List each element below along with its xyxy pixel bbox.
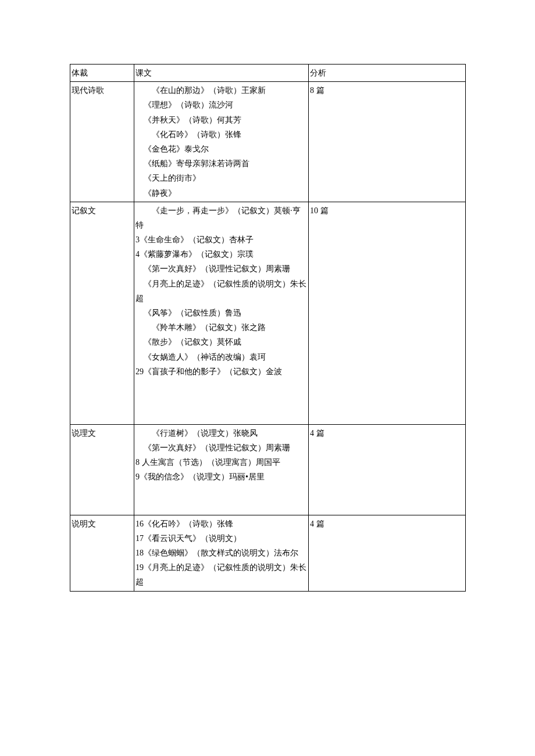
header-genre: 体裁: [70, 65, 134, 82]
cell-text: 《在山的那边》（诗歌）王家新 《理想》（诗歌）流沙河 《并秋天》（诗歌）何其芳 …: [134, 82, 309, 202]
cell-genre: 记叙文: [70, 202, 134, 424]
cell-analysis: 10 篇: [309, 202, 466, 424]
cell-genre: 说理文: [70, 424, 134, 515]
table-row: 记叙文 《走一步，再走一步》（记叙文）莫顿·亨特 3《生命生命》（记叙文）杏林子…: [70, 202, 466, 424]
table-row: 现代诗歌 《在山的那边》（诗歌）王家新 《理想》（诗歌）流沙河 《并秋天》（诗歌…: [70, 82, 466, 202]
cell-analysis: 8 篇: [309, 82, 466, 202]
document-page: 体裁 课文 分析 现代诗歌 《在山的那边》（诗歌）王家新 《理想》（诗歌）流沙河…: [0, 0, 535, 626]
table-row: 说理文 《行道树》（说理文）张晓风 《第一次真好》（说理性记叙文）周素珊 8 人…: [70, 424, 466, 515]
cell-genre: 现代诗歌: [70, 82, 134, 202]
table-row: 说明文 16《化石吟》（诗歌）张锋 17《看云识天气》（说明文） 18《绿色蝈蝈…: [70, 515, 466, 591]
cell-analysis: 4 篇: [309, 515, 466, 591]
cell-text: 《走一步，再走一步》（记叙文）莫顿·亨特 3《生命生命》（记叙文）杏林子 4《紫…: [134, 202, 309, 424]
table-header-row: 体裁 课文 分析: [70, 65, 466, 82]
cell-genre: 说明文: [70, 515, 134, 591]
header-text: 课文: [134, 65, 309, 82]
cell-analysis: 4 篇: [309, 424, 466, 515]
cell-text: 《行道树》（说理文）张晓风 《第一次真好》（说理性记叙文）周素珊 8 人生寓言（…: [134, 424, 309, 515]
genre-table: 体裁 课文 分析 现代诗歌 《在山的那边》（诗歌）王家新 《理想》（诗歌）流沙河…: [70, 64, 466, 592]
header-analysis: 分析: [309, 65, 466, 82]
cell-text: 16《化石吟》（诗歌）张锋 17《看云识天气》（说明文） 18《绿色蝈蝈》（散文…: [134, 515, 309, 591]
